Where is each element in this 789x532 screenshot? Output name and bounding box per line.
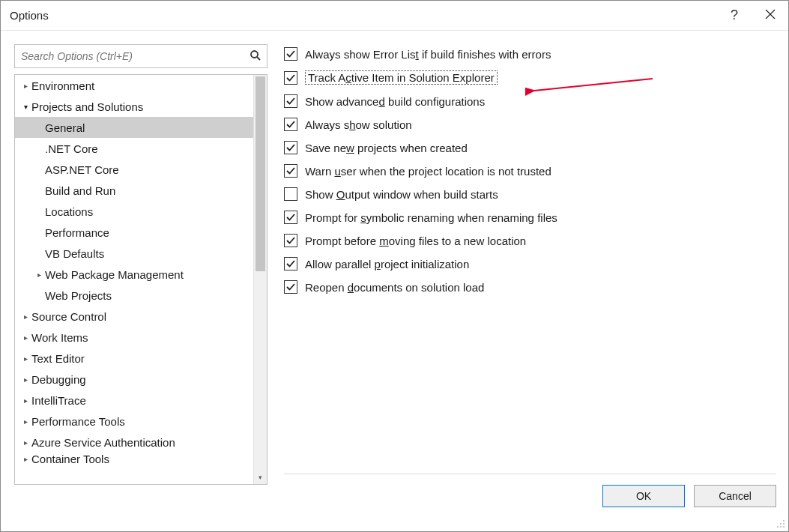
search-icon <box>250 49 262 64</box>
chevron-right-icon[interactable]: ▸ <box>19 333 31 342</box>
label-post: projects when created <box>354 142 468 154</box>
option-label[interactable]: Track Active Item in Solution Explorer <box>305 70 498 85</box>
tree-item[interactable]: ▸Work Items <box>15 327 267 348</box>
chevron-right-icon[interactable]: ▸ <box>19 375 31 384</box>
scrollbar-thumb[interactable] <box>256 76 265 271</box>
help-button[interactable]: ? <box>716 1 752 31</box>
tree-item[interactable]: ▸Debugging <box>15 369 267 390</box>
label-access-key: h <box>349 118 355 131</box>
checkbox[interactable] <box>284 280 297 294</box>
check-icon <box>285 142 296 153</box>
checkbox[interactable] <box>284 164 297 178</box>
right-pane: Always show Error List if build finishes… <box>284 44 776 485</box>
option-label[interactable]: Prompt for symbolic renaming when renami… <box>305 211 557 224</box>
checkbox[interactable] <box>284 47 297 61</box>
tree-item-label: Work Items <box>31 331 88 344</box>
tree-item[interactable]: Web Projects <box>15 285 267 306</box>
search-button[interactable] <box>244 45 267 67</box>
svg-line-3 <box>257 57 260 60</box>
checkbox[interactable] <box>284 71 297 85</box>
search-box[interactable] <box>14 44 267 68</box>
tree-item[interactable]: Locations <box>15 201 267 222</box>
tree-item[interactable]: VB Defaults <box>15 243 267 264</box>
tree-item[interactable]: ▸Text Editor <box>15 348 267 369</box>
label-access-key: O <box>336 188 345 201</box>
option-row: Reopen documents on solution load <box>284 280 776 294</box>
tree-item[interactable]: .NET Core <box>15 138 267 159</box>
check-icon <box>285 212 296 223</box>
label-post: if build finishes with errors <box>419 48 551 61</box>
chevron-down-icon[interactable]: ▾ <box>19 103 31 111</box>
resize-grip-icon[interactable] <box>776 519 786 529</box>
option-label[interactable]: Show advanced build configurations <box>305 95 485 108</box>
close-button[interactable] <box>752 1 788 31</box>
option-label[interactable]: Warn user when the project location is n… <box>305 165 551 178</box>
tree-item-label: Text Editor <box>31 352 85 365</box>
tree-item-label: Performance Tools <box>31 415 125 428</box>
svg-rect-10 <box>780 526 782 528</box>
label-pre: Always show Error Lis <box>305 48 416 61</box>
tree-item[interactable]: ▸Web Package Management <box>15 264 267 285</box>
label-access-key: s <box>360 211 366 224</box>
option-label[interactable]: Reopen documents on solution load <box>305 281 484 294</box>
tree-item[interactable]: ▸Container Tools <box>15 453 267 465</box>
tree-item[interactable]: ASP.NET Core <box>15 159 267 180</box>
checkbox[interactable] <box>284 141 297 154</box>
tree-scrollbar[interactable]: ▾ <box>253 75 267 484</box>
checkbox[interactable] <box>284 118 297 131</box>
label-access-key: p <box>375 258 381 270</box>
chevron-right-icon[interactable]: ▸ <box>19 438 31 447</box>
tree-item[interactable]: ▸Environment <box>15 75 267 96</box>
option-label[interactable]: Always show Error List if build finishes… <box>305 48 551 61</box>
tree-item[interactable]: ▸Azure Service Authentication <box>15 432 267 453</box>
option-row: Allow parallel project initialization <box>284 257 776 270</box>
chevron-right-icon[interactable]: ▸ <box>19 82 31 90</box>
option-label[interactable]: Save new projects when created <box>305 142 468 154</box>
checkbox[interactable] <box>284 94 297 108</box>
chevron-right-icon[interactable]: ▸ <box>19 455 31 463</box>
check-icon <box>285 96 296 106</box>
tree-item-label: Environment <box>31 79 94 92</box>
option-label[interactable]: Prompt before moving files to a new loca… <box>305 235 526 247</box>
scroll-down-icon[interactable]: ▾ <box>254 471 267 484</box>
cancel-button[interactable]: Cancel <box>694 485 776 507</box>
chevron-right-icon[interactable]: ▸ <box>19 312 31 321</box>
tree-item-label: Build and Run <box>45 184 115 197</box>
option-label[interactable]: Always show solution <box>305 118 412 131</box>
checkbox[interactable] <box>284 257 297 270</box>
category-tree[interactable]: ▸Environment▾Projects and SolutionsGener… <box>14 74 267 485</box>
label-pre: Save ne <box>305 142 346 154</box>
option-row: Show Output window when build starts <box>284 187 776 201</box>
search-input[interactable] <box>15 45 244 67</box>
svg-rect-6 <box>783 520 785 522</box>
tree-item[interactable]: General <box>15 117 267 138</box>
tree-item[interactable]: ▸Source Control <box>15 306 267 327</box>
tree-item[interactable]: ▸IntelliTrace <box>15 390 267 411</box>
chevron-right-icon[interactable]: ▸ <box>19 396 31 405</box>
checkbox[interactable] <box>284 211 297 224</box>
label-pre: Track A <box>308 71 345 84</box>
checkbox[interactable] <box>284 234 297 247</box>
label-pre: Show <box>305 188 336 201</box>
svg-rect-8 <box>783 523 785 525</box>
tree-item[interactable]: ▸Performance Tools <box>15 411 267 432</box>
label-post: ocuments on solution load <box>354 281 484 294</box>
label-pre: Always s <box>305 118 349 131</box>
tree-item[interactable]: ▾Projects and Solutions <box>15 96 267 117</box>
chevron-right-icon[interactable]: ▸ <box>19 354 31 363</box>
tree-item-label: Web Projects <box>45 289 112 302</box>
option-label[interactable]: Allow parallel project initialization <box>305 258 469 270</box>
label-post: ymbolic renaming when renaming files <box>366 211 557 224</box>
label-post: ser when the project location is not tru… <box>341 165 551 178</box>
option-row: Always show Error List if build finishes… <box>284 47 776 61</box>
tree-item[interactable]: Build and Run <box>15 180 267 201</box>
option-label[interactable]: Show Output window when build starts <box>305 188 498 201</box>
ok-button[interactable]: OK <box>602 485 685 507</box>
tree-item[interactable]: Performance <box>15 222 267 243</box>
chevron-right-icon[interactable]: ▸ <box>19 417 31 426</box>
chevron-right-icon[interactable]: ▸ <box>33 270 45 279</box>
check-icon <box>285 49 296 59</box>
checkbox[interactable] <box>284 187 297 201</box>
tree-item-label: Locations <box>45 205 93 218</box>
label-pre: Reopen <box>305 281 348 294</box>
